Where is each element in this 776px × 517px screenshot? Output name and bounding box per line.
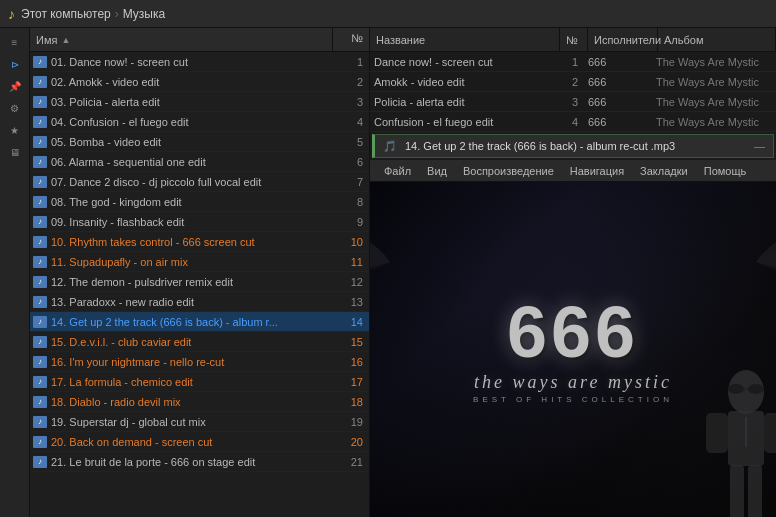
- file-list: 01. Dance now! - screen cut102. Amokk - …: [30, 52, 369, 517]
- pl-col-album-header: Альбом: [658, 28, 776, 51]
- sidebar-item-computer[interactable]: 🖥: [2, 142, 28, 162]
- file-row[interactable]: 16. I'm your nightmare - nello re-cut16: [30, 352, 369, 372]
- pl-col-name-header: Название: [370, 28, 560, 51]
- pl-track-name: Amokk - video edit: [374, 76, 562, 88]
- file-row[interactable]: 05. Bomba - video edit5: [30, 132, 369, 152]
- file-row[interactable]: 07. Dance 2 disco - dj piccolo full voca…: [30, 172, 369, 192]
- pl-col-artist-header: Исполнители: [588, 28, 658, 51]
- file-row[interactable]: 20. Back on demand - screen cut20: [30, 432, 369, 452]
- file-icon: [32, 214, 48, 230]
- playlist-row[interactable]: Dance now! - screen cut1666The Ways Are …: [370, 52, 776, 72]
- sidebar: ≡ ⊳ 📌 ⚙ ★ 🖥: [0, 28, 30, 517]
- file-name: 09. Insanity - flashback edit: [51, 216, 333, 228]
- file-num: 6: [333, 156, 367, 168]
- music-icon: ♪: [8, 6, 15, 22]
- file-num: 10: [333, 236, 367, 248]
- file-row[interactable]: 04. Confusion - el fuego edit4: [30, 112, 369, 132]
- breadcrumb-sep: ›: [115, 7, 119, 21]
- pl-track-artist: 666: [588, 56, 656, 68]
- sidebar-item-settings[interactable]: ⚙: [2, 98, 28, 118]
- file-num: 21: [333, 456, 367, 468]
- file-row[interactable]: 19. Superstar dj - global cut mix19: [30, 412, 369, 432]
- file-icon: [32, 154, 48, 170]
- file-name: 04. Confusion - el fuego edit: [51, 116, 333, 128]
- figure-silhouette-icon: [686, 367, 776, 517]
- file-row[interactable]: 08. The god - kingdom edit8: [30, 192, 369, 212]
- pl-track-album: The Ways Are Mystic: [656, 116, 772, 128]
- file-num: 4: [333, 116, 367, 128]
- file-row[interactable]: 06. Alarma - sequential one edit6: [30, 152, 369, 172]
- file-name: 01. Dance now! - screen cut: [51, 56, 333, 68]
- file-num: 1: [333, 56, 367, 68]
- file-icon: [32, 134, 48, 150]
- top-bar: ♪ Этот компьютер › Музыка: [0, 0, 776, 28]
- svg-rect-2: [706, 413, 728, 453]
- now-playing-dash: —: [754, 140, 765, 152]
- file-row[interactable]: 21. Le bruit de la porte - 666 on stage …: [30, 452, 369, 472]
- pl-track-artist: 666: [588, 76, 656, 88]
- wing-right-icon: [756, 212, 776, 312]
- file-row[interactable]: 14. Get up 2 the track (666 is back) - a…: [30, 312, 369, 332]
- file-name: 07. Dance 2 disco - dj piccolo full voca…: [51, 176, 333, 188]
- file-icon: [32, 234, 48, 250]
- file-row[interactable]: 18. Diablo - radio devil mix18: [30, 392, 369, 412]
- file-row[interactable]: 01. Dance now! - screen cut1: [30, 52, 369, 72]
- pl-track-name: Confusion - el fuego edit: [374, 116, 562, 128]
- menu-item-вид[interactable]: Вид: [419, 160, 455, 182]
- file-icon: [32, 254, 48, 270]
- breadcrumb-root[interactable]: Этот компьютер: [21, 7, 111, 21]
- file-num: 11: [333, 256, 367, 268]
- now-playing-icon: 🎵: [383, 140, 397, 153]
- file-name: 12. The demon - pulsdriver remix edit: [51, 276, 333, 288]
- file-panel: Имя ▲ № 01. Dance now! - screen cut102. …: [30, 28, 370, 517]
- file-name: 18. Diablo - radio devil mix: [51, 396, 333, 408]
- menu-item-закладки[interactable]: Закладки: [632, 160, 696, 182]
- file-row[interactable]: 12. The demon - pulsdriver remix edit12: [30, 272, 369, 292]
- pl-col-num-header: №: [560, 28, 588, 51]
- file-name: 11. Supadupafly - on air mix: [51, 256, 333, 268]
- file-num: 7: [333, 176, 367, 188]
- pl-track-name: Dance now! - screen cut: [374, 56, 562, 68]
- playlist-row[interactable]: Confusion - el fuego edit4666The Ways Ar…: [370, 112, 776, 132]
- sidebar-item-favorites[interactable]: ★: [2, 120, 28, 140]
- file-row[interactable]: 09. Insanity - flashback edit9: [30, 212, 369, 232]
- file-row[interactable]: 15. D.e.v.i.l. - club caviar edit15: [30, 332, 369, 352]
- sidebar-item-access[interactable]: ⊳: [2, 54, 28, 74]
- file-num: 3: [333, 96, 367, 108]
- right-panel: Название № Исполнители Альбом Dance now!…: [370, 28, 776, 517]
- file-row[interactable]: 11. Supadupafly - on air mix11: [30, 252, 369, 272]
- file-num: 18: [333, 396, 367, 408]
- album-number: 666: [507, 296, 639, 368]
- svg-rect-5: [748, 465, 762, 517]
- sidebar-item-menu[interactable]: ≡: [2, 32, 28, 52]
- menu-item-навигация[interactable]: Навигация: [562, 160, 632, 182]
- sidebar-item-pin[interactable]: 📌: [2, 76, 28, 96]
- file-name: 06. Alarma - sequential one edit: [51, 156, 333, 168]
- file-icon: [32, 374, 48, 390]
- file-icon: [32, 74, 48, 90]
- file-icon: [32, 94, 48, 110]
- pl-track-num: 4: [562, 116, 588, 128]
- playlist-row[interactable]: Amokk - video edit2666The Ways Are Mysti…: [370, 72, 776, 92]
- file-row[interactable]: 17. La formula - chemico edit17: [30, 372, 369, 392]
- menu-item-воспроизведение[interactable]: Воспроизведение: [455, 160, 562, 182]
- file-num: 5: [333, 136, 367, 148]
- playlist-row[interactable]: Policia - alerta edit3666The Ways Are My…: [370, 92, 776, 112]
- file-icon: [32, 114, 48, 130]
- menu-item-файл[interactable]: Файл: [376, 160, 419, 182]
- file-row[interactable]: 02. Amokk - video edit2: [30, 72, 369, 92]
- pl-track-album: The Ways Are Mystic: [656, 56, 772, 68]
- menu-bar: ФайлВидВоспроизведениеНавигацияЗакладкиП…: [370, 160, 776, 182]
- breadcrumb-leaf[interactable]: Музыка: [123, 7, 165, 21]
- file-row[interactable]: 03. Policia - alerta edit3: [30, 92, 369, 112]
- file-icon: [32, 174, 48, 190]
- col-name-header: Имя ▲: [30, 28, 333, 51]
- pl-track-num: 3: [562, 96, 588, 108]
- svg-point-7: [748, 384, 764, 394]
- pl-track-artist: 666: [588, 116, 656, 128]
- file-row[interactable]: 10. Rhythm takes control - 666 screen cu…: [30, 232, 369, 252]
- menu-item-помощь[interactable]: Помощь: [696, 160, 755, 182]
- pl-track-album: The Ways Are Mystic: [656, 96, 772, 108]
- file-name: 10. Rhythm takes control - 666 screen cu…: [51, 236, 333, 248]
- file-row[interactable]: 13. Paradoxx - new radio edit13: [30, 292, 369, 312]
